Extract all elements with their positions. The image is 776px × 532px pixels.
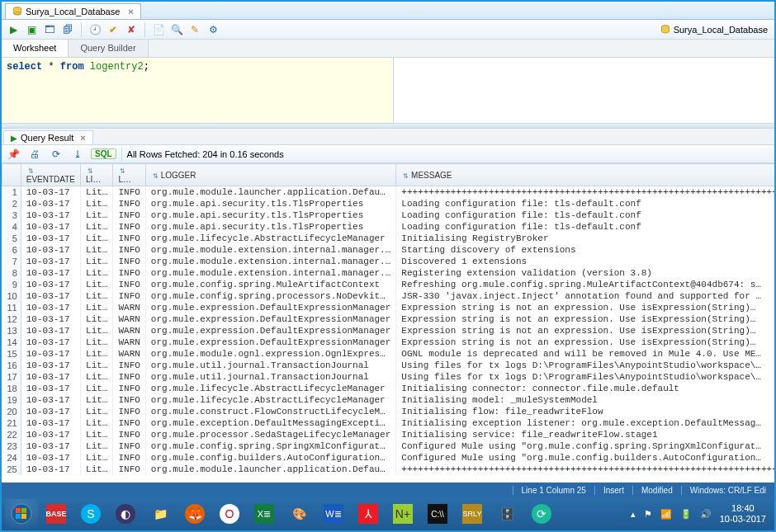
pin-button[interactable]: 📌 (5, 146, 21, 162)
table-row[interactable]: 1110-03-17Lit…WARNorg.mule.expression.De… (2, 302, 775, 313)
tray-volume-icon[interactable]: 🔊 (700, 509, 712, 520)
result-tabs: ▶ Query Result × (2, 129, 774, 145)
table-row[interactable]: 1010-03-17Lit…INFOorg.mule.config.spring… (2, 290, 775, 302)
svg-rect-7 (21, 514, 26, 519)
cell-eventdate: 10-03-17 (21, 198, 80, 210)
tray-up-icon[interactable]: ▴ (631, 509, 636, 520)
close-icon[interactable]: × (80, 133, 85, 143)
cell-logger: org.mule.exception.DefaultMessagingExcep… (145, 417, 395, 429)
sql-history-button[interactable]: 🕘 (87, 21, 103, 38)
table-row[interactable]: 610-03-17Lit…INFOorg.mule.module.extensi… (2, 244, 775, 256)
autotrace-button[interactable]: 🗐 (59, 21, 76, 38)
table-row[interactable]: 410-03-17Lit…INFOorg.mule.api.security.t… (2, 221, 775, 233)
cell-rownum: 5 (2, 233, 21, 244)
taskbar-app-eclipse[interactable]: ◐ (109, 499, 142, 529)
start-button[interactable] (5, 499, 38, 529)
table-row[interactable]: 910-03-17Lit…INFOorg.mule.config.spring.… (2, 279, 775, 290)
table-row[interactable]: 2010-03-17Lit…INFOorg.mule.construct.Flo… (2, 406, 775, 417)
cell-li: Lit… (81, 440, 113, 452)
commit-button[interactable]: ✔ (105, 21, 121, 38)
cell-rownum: 14 (2, 337, 21, 348)
cell-li: Lit… (81, 221, 113, 233)
table-row[interactable]: 2210-03-17Lit…INFOorg.mule.processor.Sed… (2, 429, 775, 440)
run-script-button[interactable]: ▣ (23, 21, 40, 38)
connection-dropdown[interactable]: Surya_Local_Database (674, 25, 768, 35)
sql-toolbar: ▶ ▣ 🗔 🗐 🕘 ✔ ✘ 📄 🔍 ✎ ⚙ Surya_Local_Databa… (2, 20, 774, 40)
table-row[interactable]: 2110-03-17Lit…INFOorg.mule.exception.Def… (2, 417, 775, 429)
col-l[interactable]: ⇅ L… (113, 164, 145, 186)
tray-clock[interactable]: 18:40 10-03-2017 (720, 503, 766, 525)
table-row[interactable]: 710-03-17Lit…INFOorg.mule.module.extensi… (2, 256, 775, 267)
table-row[interactable]: 1710-03-17Lit…INFOorg.mule.util.journal.… (2, 371, 775, 383)
taskbar-app-excel[interactable]: X≣ (248, 499, 281, 529)
taskbar-app-firefox[interactable]: 🦊 (178, 499, 211, 529)
table-row[interactable]: 1410-03-17Lit…WARNorg.mule.expression.De… (2, 337, 775, 348)
tray-flag-icon[interactable]: ⚑ (644, 509, 652, 520)
cell-logger: org.mule.config.spring.SpringXmlConfigur… (145, 440, 395, 452)
table-row[interactable]: 2510-03-17Lit…INFOorg.mule.module.launch… (2, 464, 775, 475)
tab-query-result[interactable]: ▶ Query Result × (3, 130, 93, 144)
refresh-button[interactable]: ⟳ (48, 146, 64, 162)
taskbar-app-cmd[interactable]: C:\\ (421, 499, 454, 529)
table-row[interactable]: 810-03-17Lit…INFOorg.mule.module.extensi… (2, 267, 775, 279)
tray-battery-icon[interactable]: 🔋 (680, 509, 692, 520)
taskbar-app-base[interactable]: BASE (40, 499, 73, 529)
taskbar-app-sync[interactable]: ⟳ (525, 499, 558, 529)
taskbar-app-opera[interactable]: O (213, 499, 246, 529)
taskbar-app-acrobat[interactable]: ⅄ (352, 499, 385, 529)
rollback-button[interactable]: ✘ (123, 21, 140, 38)
table-row[interactable]: 310-03-17Lit…INFOorg.mule.api.security.t… (2, 210, 775, 221)
taskbar-app-explorer[interactable]: 📁 (144, 499, 177, 529)
table-row[interactable]: 1610-03-17Lit…INFOorg.mule.util.journal.… (2, 360, 775, 371)
tab-query-builder[interactable]: Query Builder (69, 40, 148, 57)
settings-button[interactable]: ⚙ (205, 21, 221, 38)
export-button[interactable]: ⤓ (69, 146, 86, 162)
cell-logger: org.mule.module.ognl.expression.OgnlExpr… (145, 348, 395, 360)
cell-li: Lit… (81, 360, 113, 371)
col-eventdate[interactable]: ⇅ EVENTDATE (21, 164, 80, 186)
cell-message: Using files for tx logs D:\ProgramFiles\… (396, 371, 774, 383)
col-rownum[interactable] (2, 164, 21, 186)
status-eol: Windows: CR/LF Edi (681, 486, 774, 495)
find-button[interactable]: 🔍 (168, 21, 185, 38)
taskbar-app-paint[interactable]: 🎨 (282, 499, 315, 529)
col-logger[interactable]: ⇅ LOGGER (145, 164, 395, 186)
taskbar-app-db[interactable]: SRLY (456, 499, 489, 529)
table-row[interactable]: 1210-03-17Lit…WARNorg.mule.expression.De… (2, 313, 775, 325)
run-statement-button[interactable]: ▶ (5, 21, 21, 38)
taskbar-app-sqldeveloper[interactable]: 🗄️ (490, 499, 523, 529)
table-row[interactable]: 110-03-17Lit…INFOorg.mule.module.launche… (2, 186, 775, 199)
tray-network-icon[interactable]: 📶 (660, 509, 672, 520)
col-message[interactable]: ⇅ MESSAGE (396, 164, 774, 186)
explain-plan-button[interactable]: 🗔 (41, 21, 58, 38)
connection-tab[interactable]: Surya_Local_Database × (5, 3, 141, 19)
result-grid-scroll[interactable]: ⇅ EVENTDATE ⇅ LI… ⇅ L… ⇅ LOGGER ⇅ MESSAG… (2, 163, 774, 483)
col-li[interactable]: ⇅ LI… (81, 164, 113, 186)
sql-editor[interactable]: select * from logentry2; (2, 58, 394, 123)
table-row[interactable]: 510-03-17Lit…INFOorg.mule.lifecycle.Abst… (2, 233, 775, 244)
tab-worksheet[interactable]: Worksheet (2, 40, 69, 57)
cell-rownum: 19 (2, 394, 21, 406)
taskbar-app-word[interactable]: W≣ (317, 499, 350, 529)
cell-level: WARN (113, 348, 145, 360)
table-row[interactable]: 1910-03-17Lit…INFOorg.mule.lifecycle.Abs… (2, 394, 775, 406)
table-row[interactable]: 1510-03-17Lit…WARNorg.mule.module.ognl.e… (2, 348, 775, 360)
print-button[interactable]: 🖨 (26, 146, 43, 162)
unshared-worksheet-button[interactable]: 📄 (150, 21, 167, 38)
close-icon[interactable]: × (128, 7, 133, 16)
sql-button[interactable]: SQL (91, 148, 116, 159)
cell-li: Lit… (81, 313, 113, 325)
table-row[interactable]: 2410-03-17Lit…INFOorg.mule.config.builde… (2, 452, 775, 464)
clear-button[interactable]: ✎ (187, 21, 203, 38)
cell-message: Initialising flow: file_readwriteFlow (396, 406, 774, 417)
system-tray[interactable]: ▴ ⚑ 📶 🔋 🔊 18:40 10-03-2017 (631, 503, 771, 525)
taskbar-app-notepadpp[interactable]: N+ (386, 499, 419, 529)
cell-message: Loading configuration file: tls-default.… (396, 210, 774, 221)
table-row[interactable]: 2310-03-17Lit…INFOorg.mule.config.spring… (2, 440, 775, 452)
cell-li: Lit… (81, 417, 113, 429)
cell-rownum: 13 (2, 325, 21, 337)
table-row[interactable]: 1810-03-17Lit…INFOorg.mule.lifecycle.Abs… (2, 383, 775, 394)
table-row[interactable]: 1310-03-17Lit…WARNorg.mule.expression.De… (2, 325, 775, 337)
table-row[interactable]: 210-03-17Lit…INFOorg.mule.api.security.t… (2, 198, 775, 210)
taskbar-app-skype[interactable]: S (74, 499, 107, 529)
